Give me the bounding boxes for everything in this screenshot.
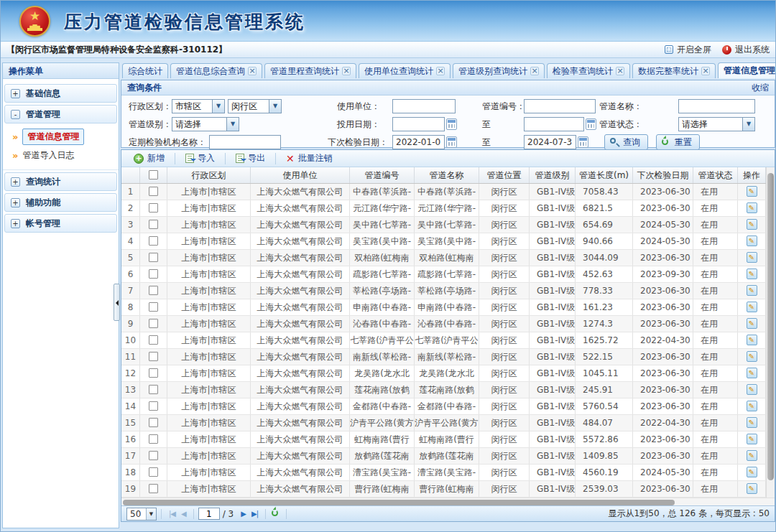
logout-power-icon[interactable]: [722, 45, 731, 55]
tab[interactable]: 管道级别查询统计×: [453, 63, 545, 78]
table-row[interactable]: 9上海市|市辖区上海大众燃气有限公司沁春路(中春路-沁春路(中春路-闵行区GB1…: [121, 316, 766, 332]
tab-close-icon[interactable]: ×: [342, 67, 351, 75]
edit-icon[interactable]: ✎: [747, 467, 757, 477]
pipe-name-input[interactable]: [678, 99, 755, 113]
edit-icon[interactable]: ✎: [747, 318, 757, 329]
tab[interactable]: 使用单位查询统计×: [359, 63, 451, 78]
dropdown-arrow-icon[interactable]: ▼: [212, 100, 224, 113]
row-checkbox[interactable]: [149, 269, 158, 279]
batch-cancel-button[interactable]: ✕ 批量注销: [280, 152, 339, 164]
row-checkbox[interactable]: [149, 385, 158, 394]
collapse-panel-link[interactable]: 收缩: [752, 82, 769, 94]
tab-close-icon[interactable]: ×: [616, 67, 624, 75]
calendar-icon[interactable]: [446, 118, 457, 130]
row-checkbox[interactable]: [149, 451, 158, 460]
tab-close-icon[interactable]: ×: [248, 67, 257, 75]
sidebar-group[interactable]: -管道管理: [4, 105, 117, 123]
tab-close-icon[interactable]: ×: [530, 67, 539, 75]
select-all-checkbox[interactable]: [149, 170, 158, 179]
table-row[interactable]: 1上海市|市辖区上海大众燃气有限公司中春路(莘浜路-中春路(莘浜路-闵行区GB1…: [121, 184, 766, 200]
edit-icon[interactable]: ✎: [747, 434, 757, 444]
vertical-scrollbar[interactable]: [766, 167, 775, 498]
table-row[interactable]: 8上海市|市辖区上海大众燃气有限公司申南路(中春路-申南路(中春路-闵行区GB1…: [121, 299, 766, 316]
calendar-icon[interactable]: [586, 118, 596, 130]
tab[interactable]: 数据完整率统计×: [632, 63, 716, 78]
edit-icon[interactable]: ✎: [747, 417, 757, 428]
search-button[interactable]: 查询: [604, 134, 648, 150]
sidebar-group[interactable]: +帐号管理: [4, 214, 117, 233]
dropdown-arrow-icon[interactable]: ▼: [226, 118, 239, 131]
row-checkbox[interactable]: [149, 236, 158, 246]
edit-icon[interactable]: ✎: [747, 235, 757, 246]
table-row[interactable]: 7上海市|市辖区上海大众燃气有限公司莘松路(亭场路-莘松路(亭场路-闵行区GB1…: [121, 283, 766, 299]
sidebar-group[interactable]: +基础信息: [4, 84, 117, 103]
row-checkbox[interactable]: [149, 203, 158, 213]
commission-from-input[interactable]: [392, 117, 445, 131]
last-page-button[interactable]: ▶|: [251, 510, 258, 518]
row-checkbox[interactable]: [149, 302, 158, 312]
row-checkbox[interactable]: [149, 335, 158, 345]
row-checkbox[interactable]: [149, 368, 158, 378]
row-checkbox[interactable]: [149, 484, 158, 493]
reset-button[interactable]: 重置: [656, 134, 700, 150]
table-row[interactable]: 16上海市|市辖区上海大众燃气有限公司虹梅南路(曹行虹梅南路(曹行闵行区GB1-…: [121, 431, 766, 448]
tab[interactable]: 管道信息综合查询×: [170, 63, 262, 78]
table-row[interactable]: 19上海市|市辖区上海大众燃气有限公司曹行路(虹梅南曹行路(虹梅南闵行区GB1-…: [121, 481, 766, 498]
edit-icon[interactable]: ✎: [747, 269, 757, 279]
row-checkbox[interactable]: [149, 434, 158, 444]
level-select[interactable]: 请选择▼: [172, 117, 239, 131]
vertical-scrollbar-thumb[interactable]: [767, 173, 774, 480]
fullscreen-button[interactable]: 开启全屏: [677, 44, 711, 56]
edit-icon[interactable]: ✎: [747, 368, 757, 378]
logout-button[interactable]: 退出系统: [735, 44, 770, 56]
table-row[interactable]: 17上海市|市辖区上海大众燃气有限公司放鹤路(莲花南放鹤路(莲花南闵行区GB1-…: [121, 448, 766, 465]
row-checkbox[interactable]: [149, 467, 158, 477]
tab-close-icon[interactable]: ×: [436, 67, 445, 75]
sidebar-item[interactable]: »管道信息管理: [3, 127, 119, 146]
row-checkbox[interactable]: [149, 352, 158, 361]
fullscreen-icon[interactable]: [665, 45, 673, 54]
edit-icon[interactable]: ✎: [747, 285, 757, 296]
collapse-icon[interactable]: -: [11, 110, 20, 119]
edit-icon[interactable]: ✎: [747, 252, 757, 263]
page-number-input[interactable]: [198, 508, 220, 520]
first-page-button[interactable]: |◀: [169, 510, 175, 518]
sidebar-item[interactable]: »管道导入日志: [3, 146, 119, 164]
add-button[interactable]: + 新增: [127, 152, 171, 164]
next-from-input[interactable]: [392, 135, 445, 149]
tab[interactable]: 管道信息管理×: [718, 62, 776, 78]
row-checkbox[interactable]: [149, 286, 158, 295]
table-row[interactable]: 2上海市|市辖区上海大众燃气有限公司元江路(华宁路-元江路(华宁路-闵行区GB1…: [121, 200, 766, 217]
tab[interactable]: 综合统计: [122, 63, 168, 78]
pipe-no-input[interactable]: [524, 99, 596, 113]
table-row[interactable]: 12上海市|市辖区上海大众燃气有限公司龙吴路(龙水北龙吴路(龙水北闵行区GB1-…: [121, 365, 766, 382]
edit-icon[interactable]: ✎: [747, 186, 757, 197]
expand-icon[interactable]: +: [11, 177, 20, 187]
row-checkbox[interactable]: [149, 418, 158, 427]
edit-icon[interactable]: ✎: [747, 202, 757, 213]
edit-icon[interactable]: ✎: [747, 335, 757, 345]
row-checkbox[interactable]: [149, 187, 158, 196]
edit-icon[interactable]: ✎: [747, 219, 757, 230]
expand-icon[interactable]: +: [11, 198, 20, 207]
sidebar-group[interactable]: +辅助功能: [4, 193, 117, 212]
tab[interactable]: 管道里程查询统计×: [264, 63, 356, 78]
commission-to-input[interactable]: [524, 117, 584, 131]
table-row[interactable]: 10上海市|市辖区上海大众燃气有限公司七莘路(沪青平公七莘路(沪青平公闵行区GB…: [121, 332, 766, 349]
row-checkbox[interactable]: [149, 401, 158, 411]
calendar-icon[interactable]: [578, 136, 588, 148]
sidebar-group[interactable]: +查询统计: [4, 172, 117, 191]
next-to-input[interactable]: [524, 135, 576, 149]
next-page-button[interactable]: ▶: [241, 510, 246, 518]
edit-icon[interactable]: ✎: [747, 384, 757, 395]
table-row[interactable]: 5上海市|市辖区上海大众燃气有限公司双柏路(虹梅南双柏路(虹梅南闵行区GB1-I…: [121, 250, 766, 266]
table-row[interactable]: 15上海市|市辖区上海大众燃气有限公司沪青平公路(黄方沪青平公路(黄方闵行区GB…: [121, 415, 766, 431]
edit-icon[interactable]: ✎: [747, 450, 757, 461]
edit-icon[interactable]: ✎: [747, 351, 757, 362]
sidebar-collapse-handle[interactable]: [114, 284, 120, 321]
unit-input[interactable]: [392, 99, 456, 113]
calendar-icon[interactable]: [446, 136, 457, 148]
table-row[interactable]: 13上海市|市辖区上海大众燃气有限公司莲花南路(放鹤莲花南路(放鹤闵行区GB1-…: [121, 382, 766, 398]
tab[interactable]: 检验率查询统计×: [547, 63, 630, 78]
edit-icon[interactable]: ✎: [747, 302, 757, 312]
